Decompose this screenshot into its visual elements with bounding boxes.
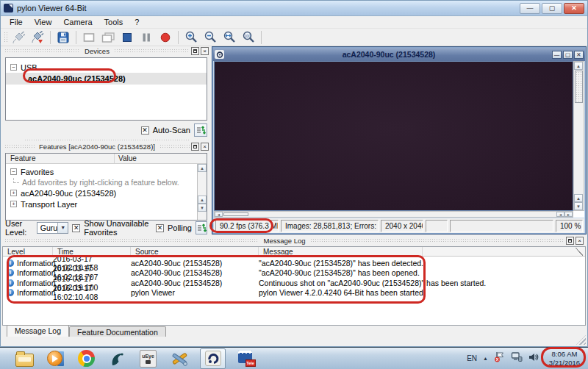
- scroll-down-icon[interactable]: ▼: [198, 204, 207, 212]
- close-button[interactable]: ✕: [564, 3, 584, 14]
- features-panel: Features [acA2040-90uc (21534528)] × Fea…: [2, 142, 211, 236]
- status-empty-cell: [450, 220, 553, 232]
- menu-camera[interactable]: Camera: [57, 17, 98, 27]
- save-image-icon[interactable]: [54, 29, 73, 46]
- single-shot-icon[interactable]: [79, 29, 98, 46]
- scroll-up-icon[interactable]: ▲: [574, 62, 583, 70]
- taskbar-media-player-icon[interactable]: [46, 349, 65, 368]
- zoom-in-icon[interactable]: [182, 29, 201, 46]
- zoom-100-icon[interactable]: 100: [239, 29, 258, 46]
- column-header-feature[interactable]: Feature: [6, 154, 115, 163]
- title-bar[interactable]: pylon Viewer 64-Bit — ▢ ✕: [1, 1, 587, 16]
- language-indicator[interactable]: EN: [467, 354, 477, 362]
- taskbar-tools-icon[interactable]: [169, 349, 189, 368]
- show-unavailable-checkbox[interactable]: ✕: [72, 224, 80, 232]
- tab-feature-documentation[interactable]: Feature Documentation: [69, 326, 166, 337]
- devices-panel: Devices × − USB acA2040-90uc (21534528) …: [2, 46, 211, 139]
- speaker-icon[interactable]: [528, 352, 539, 365]
- scroll-left-icon[interactable]: ◄: [556, 212, 564, 217]
- user-level-select[interactable]: Guru ▼: [37, 222, 68, 234]
- camera-image-view[interactable]: [214, 61, 573, 211]
- horizontal-scrollbar[interactable]: ◄ ◄ ►: [214, 211, 573, 218]
- zoom-fit-icon[interactable]: [220, 29, 239, 46]
- scrollbar-thumb[interactable]: [223, 212, 248, 216]
- collapse-icon[interactable]: −: [10, 168, 17, 175]
- camera-window-titlebar[interactable]: acA2040-90uc (21534528) — ▢ ✕: [213, 48, 585, 61]
- network-icon[interactable]: [511, 351, 523, 365]
- tree-item-camera-features[interactable]: + acA2040-90uc (21534528): [6, 187, 197, 198]
- close-panel-icon[interactable]: ×: [201, 47, 209, 55]
- show-unavailable-label: Show Unavailable Favorites: [84, 219, 152, 237]
- maximize-button[interactable]: ▢: [542, 3, 562, 14]
- scroll-up-icon[interactable]: ▲: [198, 196, 207, 204]
- float-panel-icon[interactable]: [566, 237, 574, 245]
- taskbar-pylon-viewer-icon[interactable]: [200, 348, 226, 369]
- taskbar-clock[interactable]: 8:06 AM 3/21/2016: [543, 350, 586, 367]
- message-log-table: Level Time Source Message iInformation 2…: [2, 246, 586, 326]
- scroll-right-icon[interactable]: ►: [564, 212, 573, 217]
- clock-time: 8:06 AM: [543, 350, 586, 359]
- scroll-up-icon[interactable]: ▲: [198, 164, 207, 172]
- menu-file[interactable]: File: [4, 17, 29, 27]
- collapse-icon[interactable]: −: [10, 64, 17, 71]
- continuous-shot-icon[interactable]: [98, 29, 118, 46]
- close-panel-icon[interactable]: ×: [576, 237, 584, 245]
- message-log-panel: Message Log × Level Time Source Message …: [2, 236, 586, 337]
- zoom-out-icon[interactable]: [201, 29, 220, 46]
- user-level-label: User Level:: [5, 219, 33, 237]
- auto-scan-checkbox[interactable]: ✕: [141, 126, 149, 135]
- features-table: Feature Value − Favorites Add favorites …: [5, 153, 207, 221]
- column-header-message[interactable]: Message: [259, 247, 423, 256]
- expand-icon[interactable]: +: [10, 201, 17, 207]
- action-center-flag-icon[interactable]: [494, 351, 505, 365]
- tree-item-transport-layer[interactable]: + Transport Layer: [6, 198, 197, 209]
- minimize-button[interactable]: —: [552, 51, 562, 59]
- features-scrollbar[interactable]: ▲ ▲ ▼: [197, 164, 207, 220]
- scroll-up-icon[interactable]: ▲: [574, 194, 583, 202]
- maximize-button[interactable]: ▢: [563, 51, 573, 59]
- taskbar-camera-app-icon[interactable]: [107, 349, 127, 368]
- information-icon: i: [7, 259, 14, 267]
- menu-tools[interactable]: Tools: [98, 17, 129, 27]
- tree-item-usb[interactable]: − USB: [6, 62, 207, 73]
- clock-date: 3/21/2016: [543, 359, 586, 368]
- close-button[interactable]: ✕: [574, 51, 584, 59]
- chevron-down-icon[interactable]: ▼: [57, 223, 68, 233]
- toolbar-grip[interactable]: [4, 32, 7, 43]
- menu-bar: File View Camera Tools ?: [1, 16, 587, 29]
- mdi-area: acA2040-90uc (21534528) — ▢ ✕ ▲ ▲ ▼ ◄: [211, 46, 587, 236]
- close-panel-icon[interactable]: ×: [201, 143, 209, 151]
- float-panel-icon[interactable]: [191, 47, 199, 55]
- taskbar-explorer-icon[interactable]: [15, 349, 35, 368]
- devices-panel-header: Devices ×: [2, 46, 211, 56]
- scroll-down-icon[interactable]: ▼: [574, 202, 583, 210]
- scrollbar-thumb[interactable]: [575, 71, 583, 103]
- column-header-source[interactable]: Source: [131, 247, 259, 256]
- float-panel-icon[interactable]: [191, 143, 199, 151]
- table-row[interactable]: iInformation 2016-03-17 16:02:10.408 pyl…: [3, 288, 585, 298]
- refresh-features-button[interactable]: [196, 221, 207, 234]
- tab-message-log[interactable]: Message Log: [7, 325, 69, 337]
- column-header-level[interactable]: Level: [3, 247, 53, 256]
- tree-item-favorites[interactable]: − Favorites: [6, 166, 197, 177]
- taskbar-ueye-icon[interactable]: uEye: [138, 349, 158, 368]
- tree-item-camera-device[interactable]: acA2040-90uc (21534528): [6, 73, 207, 85]
- connect-device-icon[interactable]: [28, 29, 47, 46]
- minimize-button[interactable]: —: [520, 3, 540, 14]
- hidden-icons-chevron-icon[interactable]: ▲: [483, 356, 488, 361]
- expand-icon[interactable]: +: [10, 190, 17, 196]
- polling-checkbox[interactable]: ✕: [156, 224, 164, 232]
- menu-view[interactable]: View: [29, 17, 58, 27]
- pause-grab-icon[interactable]: [137, 29, 156, 46]
- vertical-scrollbar[interactable]: ▲ ▲ ▼: [573, 61, 584, 211]
- system-tray: EN ▲: [467, 348, 539, 369]
- menu-help[interactable]: ?: [129, 17, 145, 27]
- refresh-devices-button[interactable]: [194, 123, 207, 137]
- scroll-left-icon[interactable]: ◄: [215, 212, 223, 217]
- stop-grab-icon[interactable]: [118, 29, 137, 46]
- record-icon[interactable]: [156, 29, 175, 46]
- taskbar-video-tool-icon[interactable]: Tele: [237, 349, 257, 368]
- disconnect-device-icon[interactable]: [9, 29, 28, 46]
- column-header-value[interactable]: Value: [115, 154, 207, 163]
- taskbar-chrome-icon[interactable]: [76, 349, 96, 368]
